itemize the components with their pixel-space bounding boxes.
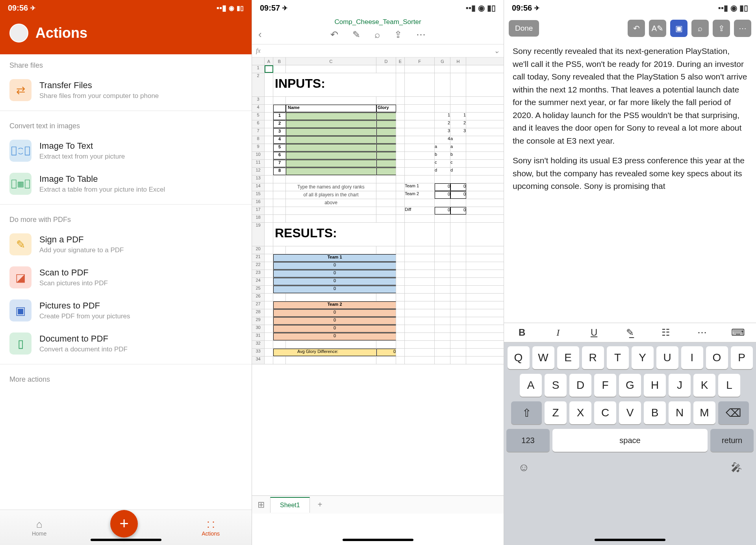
- action-sign-pdf[interactable]: ✎ Sign a PDFAdd your signature to a PDF: [0, 228, 252, 261]
- bullets-button[interactable]: ☷: [656, 327, 676, 338]
- action-title: Pictures to PDF: [39, 301, 130, 311]
- key-i[interactable]: I: [681, 346, 703, 369]
- key-z[interactable]: Z: [545, 401, 567, 424]
- search-icon[interactable]: ⌕: [691, 20, 709, 37]
- signal-icon: ▪▪▮: [217, 3, 226, 13]
- key-a[interactable]: A: [520, 374, 542, 397]
- fab-add[interactable]: +: [110, 510, 138, 538]
- key-e[interactable]: E: [557, 346, 579, 369]
- style-icon[interactable]: A✎: [649, 20, 666, 37]
- return-key[interactable]: return: [710, 429, 754, 452]
- key-s[interactable]: S: [545, 374, 567, 397]
- key-w[interactable]: W: [532, 346, 554, 369]
- share-icon[interactable]: ⇪: [713, 20, 730, 37]
- paragraph[interactable]: Sony isn't holding its usual E3 press co…: [513, 154, 747, 193]
- key-b[interactable]: B: [644, 401, 666, 424]
- chevron-down-icon[interactable]: ⌄: [494, 46, 500, 55]
- nav-home[interactable]: ⌂Home: [32, 518, 46, 537]
- share-icon[interactable]: ⇪: [394, 29, 402, 40]
- signal-icon: ▪▪▮: [718, 3, 728, 13]
- key-r[interactable]: R: [582, 346, 604, 369]
- add-sheet-button[interactable]: +: [310, 496, 330, 513]
- key-q[interactable]: Q: [508, 346, 530, 369]
- clock: 09:57: [260, 4, 280, 13]
- shift-key[interactable]: ⇧: [511, 401, 542, 424]
- key-x[interactable]: X: [569, 401, 591, 424]
- key-y[interactable]: Y: [632, 346, 654, 369]
- key-g[interactable]: G: [619, 374, 641, 397]
- key-d[interactable]: D: [569, 374, 591, 397]
- key-j[interactable]: J: [669, 374, 691, 397]
- home-indicator[interactable]: [595, 539, 665, 541]
- scan-icon: ◪: [9, 266, 32, 288]
- wifi-icon: ◉: [730, 3, 737, 13]
- plus-icon: +: [120, 515, 129, 532]
- more-icon[interactable]: ⋯: [734, 20, 751, 37]
- glory-header: Glory: [376, 105, 396, 112]
- name-header: Name: [286, 105, 376, 112]
- action-document-pdf[interactable]: ▯ Document to PDFConvert a document into…: [0, 327, 252, 360]
- document-body[interactable]: Sony recently revealed that its next-gen…: [504, 41, 756, 204]
- undo-icon[interactable]: ↶: [330, 29, 338, 40]
- bold-button[interactable]: B: [512, 327, 532, 338]
- underline-button[interactable]: U: [584, 327, 604, 338]
- location-icon: ✈: [282, 4, 287, 12]
- action-image-to-text[interactable]: ⌷⁐⌷ Image To TextExtract text from your …: [0, 134, 252, 167]
- section-share: Share files: [0, 54, 252, 74]
- key-p[interactable]: P: [731, 346, 753, 369]
- action-scan-pdf[interactable]: ◪ Scan to PDFScan pictures into PDF: [0, 261, 252, 294]
- wifi-icon: ◉: [229, 4, 234, 12]
- section-more: More actions: [0, 368, 252, 388]
- more-format-button[interactable]: ⋯: [692, 327, 712, 338]
- undo-icon[interactable]: ↶: [628, 20, 645, 37]
- document-icon: ▯: [9, 333, 32, 355]
- more-icon[interactable]: ⋯: [416, 29, 426, 40]
- key-v[interactable]: V: [619, 401, 641, 424]
- grid-icon[interactable]: ⊞: [252, 500, 270, 510]
- team1-header: Team 1: [273, 254, 396, 262]
- numeric-key[interactable]: 123: [506, 429, 550, 452]
- key-t[interactable]: T: [607, 346, 629, 369]
- done-button[interactable]: Done: [509, 20, 539, 37]
- excel-pane: 09:57✈ ▪▪▮◉▮▯ Comp_Cheese_Team_Sorter ‹ …: [252, 0, 504, 545]
- backspace-key[interactable]: ⌫: [718, 401, 749, 424]
- key-l[interactable]: L: [718, 374, 740, 397]
- file-name[interactable]: Comp_Cheese_Team_Sorter: [252, 16, 504, 27]
- divider: [0, 111, 252, 111]
- home-indicator[interactable]: [343, 539, 413, 541]
- key-m[interactable]: M: [693, 401, 715, 424]
- clock: 09:56: [8, 4, 28, 13]
- action-transfer-files[interactable]: ⇄ Transfer FilesShare files from your co…: [0, 74, 252, 107]
- action-title: Scan to PDF: [39, 268, 108, 278]
- search-icon[interactable]: ⌕: [374, 29, 380, 40]
- sheet-tab[interactable]: Sheet1: [270, 497, 310, 513]
- key-u[interactable]: U: [656, 346, 678, 369]
- draw-icon[interactable]: ✎: [352, 29, 360, 40]
- format-bar: B I U ✎̲ ☷ ⋯ ⌨: [504, 323, 756, 342]
- highlight-button[interactable]: ✎̲: [620, 327, 640, 338]
- section-convert: Convert text in images: [0, 115, 252, 134]
- nav-actions[interactable]: ⸬Actions: [202, 518, 220, 537]
- home-indicator[interactable]: [91, 539, 161, 541]
- keyboard-toggle-icon[interactable]: ⌨: [728, 327, 748, 338]
- mic-key[interactable]: 🎤︎: [731, 461, 742, 474]
- key-n[interactable]: N: [669, 401, 691, 424]
- key-f[interactable]: F: [594, 374, 616, 397]
- formula-bar[interactable]: fx ⌄: [252, 44, 504, 57]
- paragraph[interactable]: Sony recently revealed that its next-gen…: [513, 45, 747, 147]
- avatar[interactable]: [9, 24, 28, 42]
- spreadsheet[interactable]: ABCDEFGH 1 2INPUTS: 3 4NameGlory 5111 62…: [252, 57, 504, 364]
- page-title: Actions: [35, 25, 87, 41]
- action-pictures-pdf[interactable]: ▣ Pictures to PDFCreate PDF from your pi…: [0, 294, 252, 327]
- emoji-key[interactable]: ☺: [518, 461, 530, 474]
- input-cell[interactable]: [286, 113, 376, 120]
- back-icon[interactable]: ‹: [258, 28, 262, 41]
- layout-icon[interactable]: ▣: [670, 20, 687, 37]
- italic-button[interactable]: I: [548, 327, 568, 338]
- key-k[interactable]: K: [693, 374, 715, 397]
- space-key[interactable]: space: [552, 429, 708, 452]
- key-h[interactable]: H: [644, 374, 666, 397]
- key-c[interactable]: C: [594, 401, 616, 424]
- action-image-to-table[interactable]: ⌷▦⌷ Image To TableExtract a table from y…: [0, 167, 252, 200]
- key-o[interactable]: O: [706, 346, 728, 369]
